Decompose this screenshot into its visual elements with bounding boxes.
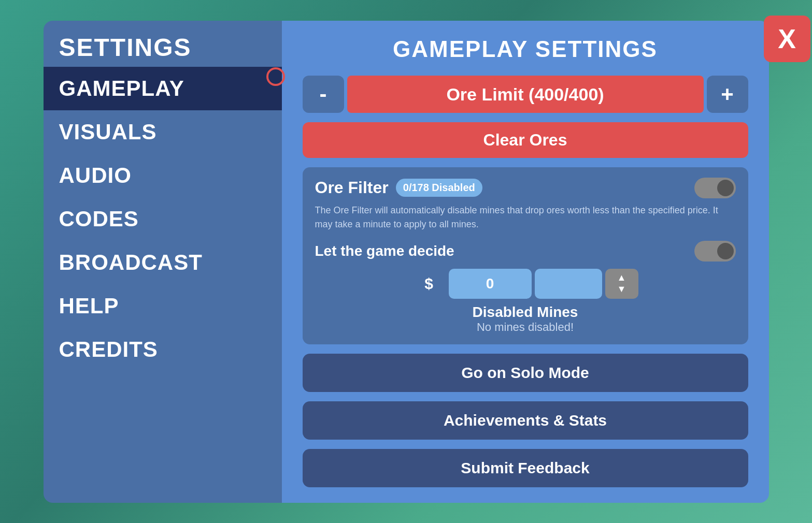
price-input[interactable] xyxy=(449,269,532,299)
settings-title: SETTINGS xyxy=(44,21,282,67)
ore-filter-description: The Ore Filter will automatically disabl… xyxy=(315,204,736,231)
ore-filter-title: Ore Filter xyxy=(315,178,389,197)
ore-limit-plus-button[interactable]: + xyxy=(707,76,748,113)
price-input-row: $ ▲ ▼ xyxy=(315,269,736,299)
main-panel: GAMEPLAY SETTINGS - Ore Limit (400/400) … xyxy=(282,21,769,503)
disabled-mines-section: Disabled Mines No mines disabled! xyxy=(315,304,736,334)
sidebar: SETTINGS GAMEPLAY VISUALS AUDIO CODES BR… xyxy=(44,21,282,503)
close-button[interactable]: X xyxy=(764,16,810,62)
solo-mode-button[interactable]: Go on Solo Mode xyxy=(303,354,748,392)
stepper-down-icon: ▼ xyxy=(617,284,626,295)
let-game-row: Let the game decide xyxy=(315,241,736,262)
achievements-button[interactable]: Achievements & Stats xyxy=(303,401,748,440)
sidebar-item-help[interactable]: HELP xyxy=(44,284,282,328)
feedback-button[interactable]: Submit Feedback xyxy=(303,449,748,487)
sidebar-item-visuals[interactable]: VISUALS xyxy=(44,110,282,154)
sidebar-item-audio[interactable]: AUDIO xyxy=(44,154,282,197)
ore-filter-toggle-knob xyxy=(717,180,734,196)
price-stepper[interactable]: ▲ ▼ xyxy=(605,269,638,299)
ore-filter-badge: 0/178 Disabled xyxy=(396,179,482,197)
sidebar-indicator xyxy=(266,67,285,86)
sidebar-item-credits[interactable]: CREDITS xyxy=(44,328,282,371)
ore-limit-minus-button[interactable]: - xyxy=(303,76,344,113)
ore-filter-title-group: Ore Filter 0/178 Disabled xyxy=(315,178,482,197)
dollar-symbol: $ xyxy=(412,269,446,299)
panel-title: GAMEPLAY SETTINGS xyxy=(303,36,748,62)
ore-filter-toggle[interactable] xyxy=(694,178,736,198)
disabled-mines-subtitle: No mines disabled! xyxy=(315,321,736,334)
let-game-label: Let the game decide xyxy=(315,243,454,259)
let-game-toggle-knob xyxy=(717,243,734,259)
sidebar-item-gameplay[interactable]: GAMEPLAY xyxy=(44,67,282,110)
ore-filter-header: Ore Filter 0/178 Disabled xyxy=(315,178,736,198)
let-game-toggle[interactable] xyxy=(694,241,736,262)
ore-limit-display: Ore Limit (400/400) xyxy=(347,76,704,113)
settings-container: SETTINGS GAMEPLAY VISUALS AUDIO CODES BR… xyxy=(44,21,769,503)
ore-filter-section: Ore Filter 0/178 Disabled The Ore Filter… xyxy=(303,167,748,344)
ore-limit-row: - Ore Limit (400/400) + xyxy=(303,76,748,113)
stepper-up-icon: ▲ xyxy=(617,272,626,284)
sidebar-item-broadcast[interactable]: BROADCAST xyxy=(44,241,282,284)
sidebar-item-codes[interactable]: CODES xyxy=(44,197,282,241)
clear-ores-button[interactable]: Clear Ores xyxy=(303,122,748,158)
disabled-mines-title: Disabled Mines xyxy=(315,304,736,321)
price-extra-box xyxy=(535,269,602,299)
